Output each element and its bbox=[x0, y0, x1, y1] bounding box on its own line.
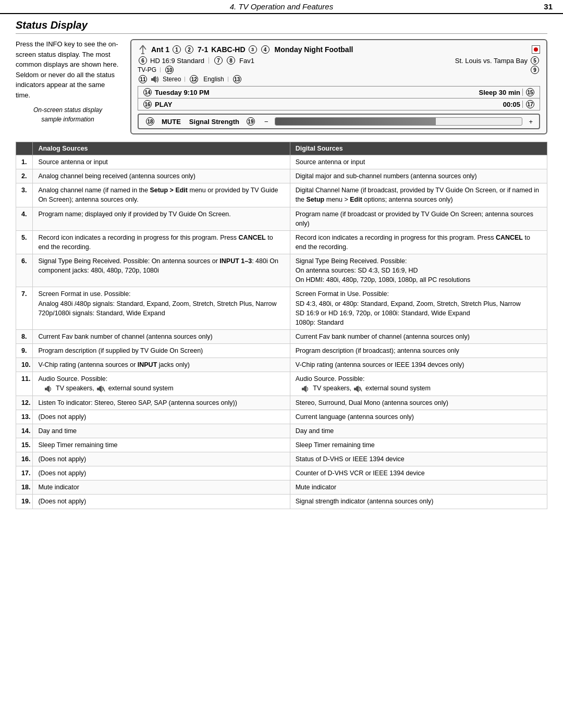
svg-marker-12 bbox=[304, 386, 307, 392]
description-text: Press the INFO key to see the on-screen … bbox=[16, 39, 120, 100]
table-row: 2.Analog channel being received (antenna… bbox=[16, 169, 547, 183]
svg-marker-9 bbox=[99, 386, 102, 392]
row-number: 16. bbox=[16, 452, 33, 466]
circle-7: 7 bbox=[214, 56, 223, 65]
analog-cell: Audio Source. Possible: TV speakers, ext… bbox=[33, 372, 290, 396]
record-icon bbox=[532, 45, 540, 54]
row-number: 11. bbox=[16, 372, 33, 396]
antenna-icon bbox=[138, 44, 148, 55]
audio-label: Stereo bbox=[163, 76, 181, 83]
table-row: 3.Analog channel name (if named in the S… bbox=[16, 183, 547, 207]
tv-display: Ant 1 1 2 7-1 KABC-HD 3 4 Monday Night F… bbox=[130, 39, 547, 134]
analog-cell: V-Chip rating (antenna sources or INPUT … bbox=[33, 358, 290, 372]
tv-row2: 6 HD 16:9 Standard 7 8 Fav1 St. Louis vs… bbox=[138, 56, 540, 65]
digital-cell: Signal Type Being Received. Possible: On… bbox=[290, 254, 547, 287]
table-row: 15.Sleep Timer remaining timeSleep Timer… bbox=[16, 438, 547, 452]
row-number: 6. bbox=[16, 254, 33, 287]
digital-cell: Stereo, Surround, Dual Mono (antenna sou… bbox=[290, 396, 547, 410]
circle-18: 18 bbox=[146, 117, 154, 126]
fav-label: Fav1 bbox=[239, 57, 254, 65]
digital-cell: Program name (if broadcast or provided b… bbox=[290, 207, 547, 230]
col-num-header bbox=[16, 142, 33, 155]
play-mode: PLAY bbox=[155, 101, 172, 108]
signal-bar-fill bbox=[275, 118, 436, 125]
signal-strength-label: Signal Strength bbox=[189, 118, 239, 126]
circle-15: 15 bbox=[526, 88, 534, 96]
digital-cell: Signal strength indicator (antenna sourc… bbox=[290, 495, 547, 509]
table-row: 8.Current Fav bank number of channel (an… bbox=[16, 329, 547, 343]
screen-format: HD 16:9 Standard bbox=[150, 57, 204, 65]
page-header: 4. TV Operation and Features 31 bbox=[0, 0, 563, 14]
table-row: 14.Day and timeDay and time bbox=[16, 424, 547, 438]
table-row: 1.Source antenna or inputSource antenna … bbox=[16, 155, 547, 169]
tv-row4: 11 Stereo 12 English 13 bbox=[138, 75, 540, 83]
table-row: 5.Record icon indicates a recording in p… bbox=[16, 230, 547, 254]
circle-14: 14 bbox=[143, 88, 152, 96]
analog-cell: Program name; displayed only if provided… bbox=[33, 207, 290, 230]
row-number: 7. bbox=[16, 287, 33, 330]
row-number: 12. bbox=[16, 396, 33, 410]
digital-cell: Current Fav bank number of channel (ante… bbox=[290, 329, 547, 343]
row-number: 17. bbox=[16, 466, 33, 480]
circle-12: 12 bbox=[190, 75, 198, 83]
description: St. Louis vs. Tampa Bay bbox=[455, 57, 528, 65]
datetime: Tuesday 9:10 PM bbox=[155, 89, 210, 96]
table-row: 4.Program name; displayed only if provid… bbox=[16, 207, 547, 230]
caption: On-screen status display sample informat… bbox=[16, 105, 120, 124]
circle-13: 13 bbox=[233, 75, 241, 83]
table-row: 16.(Does not apply)Status of D-VHS or IE… bbox=[16, 452, 547, 466]
svg-rect-4 bbox=[151, 78, 153, 81]
digital-cell: Screen Format in Use. Possible: SD 4:3, … bbox=[290, 287, 547, 330]
analog-cell: Day and time bbox=[33, 424, 290, 438]
digital-cell: Program description (if broadcast); ante… bbox=[290, 344, 547, 358]
table-row: 9.Program description (if supplied by TV… bbox=[16, 344, 547, 358]
circle-6: 6 bbox=[139, 56, 147, 65]
circle-2: 2 bbox=[185, 45, 193, 54]
circle-4: 4 bbox=[261, 45, 270, 54]
row-number: 14. bbox=[16, 424, 33, 438]
sleep-timer: Sleep 30 min bbox=[479, 89, 520, 96]
circle-19: 19 bbox=[247, 117, 255, 126]
content-area: Status Display Press the INFO key to see… bbox=[0, 14, 563, 514]
svg-marker-7 bbox=[47, 386, 50, 392]
row-number: 13. bbox=[16, 410, 33, 424]
svg-rect-6 bbox=[45, 388, 47, 390]
digital-cell: Digital major and sub-channel numbers (a… bbox=[290, 169, 547, 183]
tv-display-wrapper: Ant 1 1 2 7-1 KABC-HD 3 4 Monday Night F… bbox=[130, 39, 547, 134]
circle-10: 10 bbox=[165, 66, 174, 74]
analog-cell: (Does not apply) bbox=[33, 495, 290, 509]
circle-11: 11 bbox=[139, 75, 147, 83]
circle-9: 9 bbox=[531, 66, 539, 74]
analog-cell: Sleep Timer remaining time bbox=[33, 438, 290, 452]
digital-cell: Sleep Timer remaining time bbox=[290, 438, 547, 452]
channel-num: 7-1 bbox=[198, 45, 208, 54]
row-number: 8. bbox=[16, 329, 33, 343]
analog-cell: Analog channel name (if named in the Set… bbox=[33, 183, 290, 207]
row-number: 9. bbox=[16, 344, 33, 358]
table-row: 11.Audio Source. Possible: TV speakers, … bbox=[16, 372, 547, 396]
digital-cell: Status of D-VHS or IEEE 1394 device bbox=[290, 452, 547, 466]
table-row: 12.Listen To indicator: Stereo, Stereo S… bbox=[16, 396, 547, 410]
table-row: 6.Signal Type Being Received. Possible: … bbox=[16, 254, 547, 287]
tv-row1: Ant 1 1 2 7-1 KABC-HD 3 4 Monday Night F… bbox=[138, 44, 540, 55]
digital-cell: Audio Source. Possible: TV speakers, ext… bbox=[290, 372, 547, 396]
tv-row6: 16 PLAY 00:05 17 bbox=[138, 98, 540, 110]
digital-cell: V-Chip rating (antenna sources or IEEE 1… bbox=[290, 358, 547, 372]
svg-rect-8 bbox=[97, 388, 99, 390]
svg-rect-13 bbox=[354, 388, 356, 390]
svg-rect-11 bbox=[302, 388, 304, 390]
tv-row3: TV-PG 10 9 bbox=[138, 66, 540, 74]
program-title: Monday Night Football bbox=[275, 45, 528, 54]
signal-bar-container bbox=[275, 117, 523, 126]
digital-cell: Current language (antenna sources only) bbox=[290, 410, 547, 424]
analog-cell: Program description (if supplied by TV G… bbox=[33, 344, 290, 358]
digital-cell: Day and time bbox=[290, 424, 547, 438]
table-row: 10.V-Chip rating (antenna sources or INP… bbox=[16, 358, 547, 372]
mute-label: MUTE bbox=[162, 118, 181, 126]
row-number: 10. bbox=[16, 358, 33, 372]
caption-line1: On-screen status display bbox=[33, 106, 102, 114]
analog-cell: Signal Type Being Received. Possible: On… bbox=[33, 254, 290, 287]
svg-line-1 bbox=[143, 45, 146, 50]
speaker-icon-1 bbox=[151, 76, 160, 83]
caption-line2: sample information bbox=[41, 116, 94, 123]
